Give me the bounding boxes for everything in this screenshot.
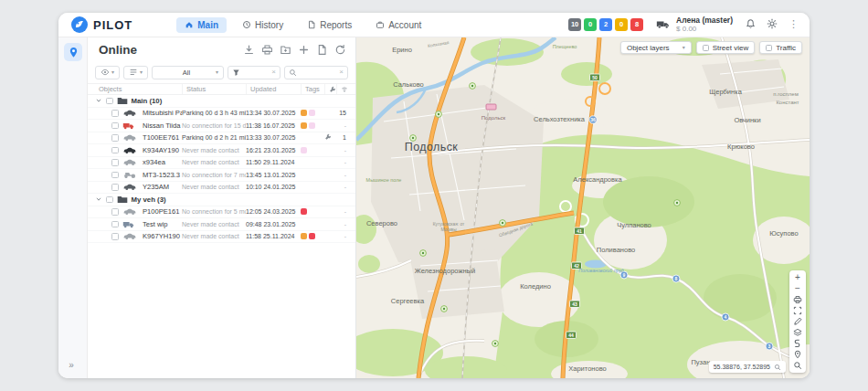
table-row[interactable]: P100PE161 No connection for 5 mon 12:05 … [88,206,355,219]
app-logo-text: PILOT [93,18,132,32]
row-checkbox[interactable] [111,147,119,154]
row-checkbox[interactable] [111,172,119,179]
map-area[interactable]: 50 36 41 42 43 44 9 8 4 3 Ерино Сальково… [356,37,810,378]
map-pin-button[interactable] [64,43,82,61]
report-file-icon[interactable] [316,44,328,56]
row-checkbox[interactable] [111,110,119,117]
row-checkbox[interactable] [111,184,119,191]
add-object-icon[interactable] [298,44,310,56]
status-counters: 10 0 2 0 8 [568,18,643,31]
counter-green[interactable]: 0 [584,18,597,31]
refresh-icon[interactable] [334,44,346,56]
routes-icon[interactable] [791,338,804,349]
kebab-menu-icon[interactable]: ⋮ [789,18,799,30]
row-checkbox[interactable] [111,159,119,166]
row-checkbox[interactable] [111,221,119,228]
object-status: Never made contact [182,221,246,227]
report-icon [307,20,316,29]
settings-gear-icon[interactable] [767,18,778,30]
street-view-checkbox[interactable] [703,45,709,51]
group-row-my-veh[interactable]: My veh (3) [88,194,355,206]
counter-red[interactable]: 8 [630,18,643,31]
selection-frame-icon[interactable] [791,305,804,316]
map-print-icon[interactable] [791,294,804,305]
clear-filter-icon[interactable]: × [271,69,276,76]
table-row[interactable]: K934AY190 Never made contact 16:21 23.01… [88,144,355,157]
cursor-coordinates[interactable]: 55.38876, 37.52895 [709,361,786,373]
col-tags[interactable]: Tags [301,84,324,94]
notifications-bell-icon[interactable] [746,18,756,30]
table-row[interactable]: K967YH190 Never made contact 11:58 25.11… [88,231,355,244]
row-checkbox[interactable] [111,134,119,142]
zoom-in-button[interactable]: + [791,272,804,283]
tab-history[interactable]: History [234,17,291,33]
row-checkbox[interactable] [111,208,119,216]
group-name: My veh (3) [132,196,166,204]
street-view-toggle[interactable]: Street view [696,41,756,54]
object-updated: 09:48 23.01.2025 [246,221,301,227]
visibility-dropdown[interactable]: ▾ [95,66,120,79]
caret-icon: ▾ [683,45,685,50]
station-marker[interactable] [486,104,496,110]
layers-icon[interactable] [791,327,804,338]
traffic-checkbox[interactable] [766,45,772,51]
clear-search-icon[interactable]: × [339,69,344,76]
object-updated: 11:58 25.11.2024 [246,233,301,239]
object-status: Never made contact [182,184,246,190]
marker-icon[interactable] [791,349,804,360]
download-icon[interactable] [243,44,255,56]
table-row[interactable]: Y235AM Never made contact 10:10 24.01.20… [88,182,355,195]
road-badge: 41 [577,228,582,234]
search-input[interactable]: × [284,66,348,79]
app-logo[interactable]: PILOT [71,16,132,33]
pilot-logo-icon [71,16,88,33]
group-select[interactable]: All ▾ [152,66,224,79]
group-select-value: All [157,69,216,77]
print-icon[interactable] [261,44,273,56]
table-row[interactable]: MT3-1523.3 No connection for 7 mon 13:45… [88,169,355,182]
top-header: PILOT Main History Reports Account 10 [58,13,810,37]
zoom-out-button[interactable]: − [791,283,804,294]
tab-reports[interactable]: Reports [299,17,360,33]
tab-label: Account [388,20,421,30]
group-row-main[interactable]: Main (10) [88,95,355,108]
user-menu[interactable]: Алена (master) $ 0.00 [656,16,733,34]
table-row[interactable]: Test wip Never made contact 09:48 23.01.… [88,218,355,231]
table-row[interactable]: x934ea Never made contact 11:50 29.11.20… [88,157,355,170]
map-canvas[interactable]: 50 36 41 42 43 44 9 8 4 3 Ерино Сальково… [356,37,810,378]
counter-blue[interactable]: 2 [599,18,612,31]
object-count: - [336,172,355,178]
objects-panel: Online ▾ ▾ All ▾ [88,37,356,378]
tab-account[interactable]: Account [367,17,429,33]
vehicle-icon [122,133,137,142]
measure-pencil-icon[interactable] [791,316,804,327]
table-row[interactable]: Nissan Tiida No connection for 15 day 11… [88,120,355,132]
traffic-toggle[interactable]: Traffic [759,41,802,54]
row-checkbox[interactable] [111,122,119,130]
group-checkbox[interactable] [106,196,113,204]
expand-panel-button[interactable]: » [64,358,79,371]
map-search-icon[interactable] [791,360,804,371]
grouping-dropdown[interactable]: ▾ [123,66,148,79]
left-rail: » [58,37,88,378]
table-row[interactable]: Mitsubishi Pajero Parking 00 d 3 h 43 mi… [88,108,355,121]
tag-filter-input[interactable]: × [228,66,281,79]
counter-gray[interactable]: 10 [568,18,581,31]
chevron-down-icon[interactable] [95,97,102,104]
chevron-down-icon[interactable] [95,196,102,203]
object-layers-button[interactable]: Object layers ▾ [620,41,692,54]
col-updated[interactable]: Updated [246,84,301,94]
group-checkbox[interactable] [106,98,113,105]
caret-icon: ▾ [216,69,218,75]
map-label: Плещеево [553,44,577,49]
table-row[interactable]: T100EE761 Parking 00 d 2 h 21 min 13:33 … [88,132,355,145]
row-checkbox[interactable] [111,233,119,240]
traffic-label: Traffic [776,44,796,52]
map-top-controls: Object layers ▾ Street view Traffic [620,41,802,54]
counter-yellow[interactable]: 0 [615,18,628,31]
add-folder-icon[interactable] [280,44,291,56]
tab-main[interactable]: Main [176,17,227,33]
object-updated: 11:50 29.11.2024 [246,159,301,165]
col-status[interactable]: Status [182,84,246,94]
col-objects[interactable]: Objects [99,84,182,94]
